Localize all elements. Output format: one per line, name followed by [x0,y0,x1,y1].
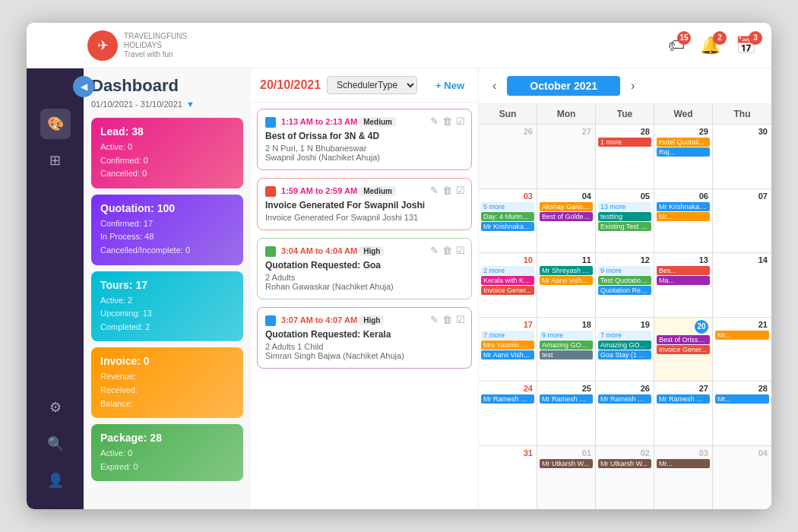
cal-more-link[interactable]: 13 more [598,202,651,211]
sidebar-item-search[interactable]: 🔍 [40,429,71,459]
edit-icon[interactable]: ✎ [430,116,439,127]
cal-cell[interactable]: 0513 moretesttingExisting Test Fr... [596,189,654,253]
schedule-item[interactable]: 1:13 AM to 2:13 AM Medium ✎ 🗑 ☑ Best of … [257,109,472,170]
cal-event[interactable]: Best of Orissa ... [657,335,710,344]
cal-event[interactable]: Quotation Req... [598,286,651,295]
check-icon[interactable]: ☑ [456,185,465,196]
cal-event[interactable]: Mr... [715,394,769,404]
cal-cell[interactable]: 11Mr Shreyash T...Mr Aarvi Vish... [537,253,596,317]
schedule-item[interactable]: 3:07 AM to 4:07 AM High ✎ 🗑 ☑ Quotation … [257,307,472,369]
cal-event[interactable]: Akshay Ganor... [540,202,593,211]
cal-cell[interactable]: 189 moreAmazing GOA ...test [537,318,596,382]
stat-card[interactable]: Quotation: 100Confirmed: 17In Process: 4… [91,195,243,265]
cal-event[interactable]: testting [598,212,651,221]
cal-cell[interactable]: 13Bes...Ma... [654,253,713,317]
sidebar-item-settings[interactable]: ⚙ [40,392,71,423]
cal-event[interactable]: Goa Stay (1 Ni... [598,350,651,359]
cal-cell[interactable]: 02Mr Utkarsh W... [596,446,654,510]
cal-cell[interactable]: 07 [713,189,771,253]
check-icon[interactable]: ☑ [456,116,465,127]
cal-event[interactable]: Mrs Yasmin Kh... [481,340,534,350]
cal-more-link[interactable]: 9 more [598,266,651,275]
cal-prev-button[interactable]: ‹ [488,78,501,94]
cal-event[interactable]: Mr Ramesh Be... [598,394,651,404]
schedule-item[interactable]: 1:59 AM to 2:59 AM Medium ✎ 🗑 ☑ Invoice … [257,178,472,230]
cal-cell[interactable]: 14 [713,253,771,317]
edit-icon[interactable]: ✎ [430,314,439,325]
cal-event[interactable]: Best of Golden... [540,212,593,221]
cal-cell[interactable]: 281 more [596,125,654,188]
cal-cell[interactable]: 197 moreAmazing GOA ...Goa Stay (1 Ni... [596,318,654,382]
cal-event[interactable]: Raj... [657,147,710,157]
cal-cell[interactable]: 04Akshay Ganor...Best of Golden... [537,189,596,253]
cal-cell[interactable]: 177 moreMrs Yasmin Kh...Mr Aarvi Vish... [479,318,537,382]
cal-event[interactable]: Mr Ramesh Be... [540,394,593,404]
cal-cell[interactable]: 27Mr Ramesh Be... [654,382,713,445]
scheduler-type-select[interactable]: SchedulerType [327,76,417,94]
cal-cell[interactable]: 30 [713,125,771,188]
date-range-arrow[interactable]: ▼ [186,100,195,109]
cal-event[interactable]: Mr... [715,331,769,340]
cal-event[interactable]: Bes... [657,266,710,275]
cal-cell[interactable]: 035 moreDay: 4 Munnar...Mr Krishnakan... [479,189,537,253]
cal-event[interactable]: Mr Aarvi Vish... [540,276,593,285]
cal-cell[interactable]: 31 [479,446,537,510]
cal-event[interactable]: Day: 4 Munnar... [481,212,534,221]
cal-cell[interactable]: 24Mr Ramesh Be... [479,382,537,445]
cal-event[interactable]: Mr Shreyash T... [540,266,593,275]
cal-more-link[interactable]: 7 more [598,331,651,340]
cal-next-button[interactable]: › [626,78,639,94]
cal-more-link[interactable]: 9 more [540,331,593,340]
sidebar-item-grid[interactable]: ⊞ [40,145,71,176]
cal-cell[interactable]: 01Mr Utkarsh W... [537,446,596,510]
check-icon[interactable]: ☑ [456,314,465,325]
cal-event[interactable]: test [540,350,593,359]
cal-cell[interactable]: 03Mr... [654,446,713,510]
stat-card[interactable]: Package: 28Active: 0Expired: 0 [91,424,243,481]
cal-event[interactable]: Invoice Gener... [657,345,710,354]
cal-event[interactable]: Ma... [657,276,710,285]
cal-cell[interactable]: 25Mr Ramesh Be... [537,382,596,445]
cal-event[interactable]: Mr Utkarsh W... [598,459,651,468]
check-icon[interactable]: ☑ [456,245,465,256]
edit-icon[interactable]: ✎ [430,245,439,256]
cal-event[interactable]: Kerala with Ka... [481,276,534,285]
cal-cell[interactable]: 26 [479,125,537,188]
cal-cell[interactable]: 129 moreTest Quotation...Quotation Req..… [596,253,654,317]
calendar-icon-button[interactable]: 📅 3 [736,36,756,55]
cal-event[interactable]: Amazing GOA ... [598,340,651,350]
cal-cell[interactable]: 04 [713,446,771,510]
sidebar-item-user[interactable]: 👤 [40,465,71,496]
cal-more-link[interactable]: 2 more [481,266,534,275]
cal-more-link[interactable]: 7 more [481,331,534,340]
cal-event[interactable]: Mr Utkarsh W... [540,459,593,468]
cal-event[interactable]: Invoice Gener... [481,286,534,295]
bell-icon-button[interactable]: 🔔 2 [700,36,720,55]
stat-card[interactable]: Tours: 17Active: 2Upcoming: 13Completed:… [91,271,243,342]
cal-event[interactable]: Hotel Quotati... [657,138,710,147]
cal-event[interactable]: Mr Ramesh Be... [481,394,534,404]
cal-event[interactable]: Existing Test Fr... [598,222,651,231]
cal-cell[interactable]: 102 moreKerala with Ka...Invoice Gener..… [479,253,537,317]
cal-event[interactable]: Mr Ramesh Be... [657,394,710,404]
delete-icon[interactable]: 🗑 [442,116,452,127]
cal-event[interactable]: Mr Krishnakan... [481,222,534,231]
cal-event[interactable]: 1 more [598,138,651,147]
cal-cell[interactable]: 26Mr Ramesh Be... [596,382,654,445]
cal-event[interactable]: Mr Krishnakan... [657,202,710,211]
cal-event[interactable]: Mr... [657,459,710,468]
cal-event[interactable]: Mr... [657,212,710,221]
schedule-item[interactable]: 3:04 AM to 4:04 AM High ✎ 🗑 ☑ Quotation … [257,238,472,299]
sidebar-item-palette[interactable]: 🎨 [40,109,71,139]
tags-icon-button[interactable]: 🏷 15 [668,36,685,55]
cal-cell[interactable]: 29Hotel Quotati...Raj... [654,125,713,188]
delete-icon[interactable]: 🗑 [442,185,452,196]
new-event-button[interactable]: + New [431,78,469,93]
delete-icon[interactable]: 🗑 [442,314,452,325]
cal-cell[interactable]: 28Mr... [713,382,771,445]
edit-icon[interactable]: ✎ [430,185,439,196]
stat-card[interactable]: Invoice: 0Revenue:Received:Balance: [91,347,243,418]
cal-event[interactable]: Mr Aarvi Vish... [481,350,534,359]
cal-event[interactable]: Test Quotation... [598,276,651,285]
cal-cell[interactable]: 21Mr... [713,318,771,382]
